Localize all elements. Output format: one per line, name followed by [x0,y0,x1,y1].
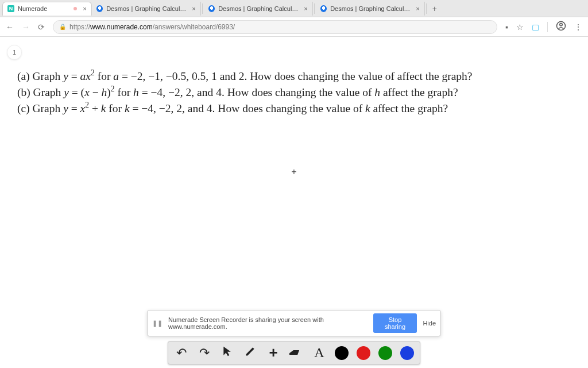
close-icon[interactable]: × [83,5,86,12]
svg-point-1 [560,24,563,26]
back-icon[interactable]: ← [6,22,14,32]
share-message: Numerade Screen Recorder is sharing your… [168,316,368,330]
var: h [133,86,139,98]
reload-icon[interactable]: ⟳ [38,22,45,32]
url-domain: www.numerade.com [90,23,153,31]
undo-icon[interactable]: ↶ [174,346,189,361]
url-field[interactable]: 🔒 https://www.numerade.com/answers/white… [53,20,497,34]
text: affect the graph? [370,102,448,114]
color-green[interactable] [378,346,392,360]
exponent: 2 [111,85,115,93]
exponent: 2 [91,68,95,77]
problem-line-b: (b) Graph y = (x − h)2 for h = −4, −2, 2… [17,84,577,100]
url-scheme: https:// [69,23,90,31]
lock-icon: 🔒 [59,24,66,30]
text: = ( [69,86,84,98]
favicon-desmos [96,5,103,12]
separator [547,22,548,32]
var: h [374,86,380,98]
url-path: /answers/whiteboard/6993/ [153,23,235,31]
text-tool-icon[interactable]: A [312,345,327,361]
tab-separator [202,3,203,14]
pen-icon[interactable] [243,345,258,361]
tab-desmos-3[interactable]: Desmos | Graphing Calculator × [316,2,425,16]
var: y [63,102,68,114]
whiteboard-toolbar: ↶ ↷ + A [168,341,420,365]
cast-icon[interactable]: ▢ [532,22,539,32]
redo-icon[interactable]: ↷ [197,346,212,361]
new-tab-button[interactable]: + [428,4,442,13]
pointer-icon[interactable] [220,345,235,361]
text: for [95,70,114,82]
add-icon[interactable]: + [266,344,281,362]
text: affect the graph? [380,86,458,98]
text: + [89,102,101,114]
color-blue[interactable] [400,346,414,360]
var: k [125,102,130,114]
tab-numerade[interactable]: N Numerade × [2,2,92,16]
problem-line-c: (c) Graph y = x2 + k for k = −4, −2, 2, … [17,100,577,116]
hide-button[interactable]: Hide [423,320,436,327]
browser-tab-strip: N Numerade × Desmos | Graphing Calculato… [0,0,588,17]
color-black[interactable] [335,346,349,360]
var: x [80,102,86,114]
text: = −4, −2, 2, and 4. How does changing th… [130,102,365,114]
forward-icon[interactable]: → [22,22,30,32]
recording-indicator-icon [74,7,77,10]
text: for [115,86,134,98]
var: ax [80,70,91,82]
tab-desmos-1[interactable]: Desmos | Graphing Calculator × [92,2,201,16]
text: (c) Graph [17,102,63,114]
var: x [84,86,90,98]
tab-title: Desmos | Graphing Calculator [330,5,410,12]
page-number-badge[interactable]: 1 [7,45,22,60]
stop-sharing-button[interactable]: Stop sharing [373,313,417,333]
camera-icon[interactable]: ▪ [505,22,508,32]
close-icon[interactable]: × [192,5,195,12]
tab-title: Numerade [18,5,47,12]
menu-icon[interactable]: ⋮ [574,22,582,32]
tab-separator [426,3,427,14]
text: − [90,86,102,98]
screen-share-bar: ❚❚ Numerade Screen Recorder is sharing y… [147,310,441,336]
var: a [113,70,119,82]
address-bar-actions: ▪ ☆ ▢ ⋮ [505,21,582,33]
url-text: https://www.numerade.com/answers/whitebo… [69,23,235,31]
tab-separator [314,3,315,14]
var: y [63,70,68,82]
browser-address-bar: ← → ⟳ 🔒 https://www.numerade.com/answers… [0,17,588,37]
text: = [68,102,80,114]
tab-title: Desmos | Graphing Calculator [218,5,298,12]
eraser-icon[interactable] [289,346,304,361]
tab-desmos-2[interactable]: Desmos | Graphing Calculator × [204,2,313,16]
crosshair-icon: + [291,167,296,177]
bookmark-icon[interactable]: ☆ [516,22,524,32]
color-red[interactable] [357,346,370,360]
favicon-desmos [208,5,215,12]
text: = −4, −2, 2, and 4. How does changing th… [139,86,374,98]
account-icon[interactable] [556,21,566,33]
text: = −2, −1, −0.5, 0.5, 1 and 2. How does c… [119,70,472,82]
favicon-numerade: N [7,5,14,12]
var: h [102,86,107,98]
var: k [365,102,370,114]
text: (b) Graph [17,86,64,98]
exponent: 2 [85,101,89,109]
var: y [64,86,69,98]
favicon-desmos [320,5,327,12]
text: (a) Graph [17,70,63,82]
close-icon[interactable]: × [304,5,307,12]
tab-title: Desmos | Graphing Calculator [106,5,186,12]
pause-icon[interactable]: ❚❚ [152,320,163,327]
text: for [106,102,125,114]
problem-content: (a) Graph y = ax2 for a = −2, −1, −0.5, … [17,68,577,116]
close-icon[interactable]: × [416,5,419,12]
text: = [68,70,80,82]
problem-line-a: (a) Graph y = ax2 for a = −2, −1, −0.5, … [17,68,577,84]
